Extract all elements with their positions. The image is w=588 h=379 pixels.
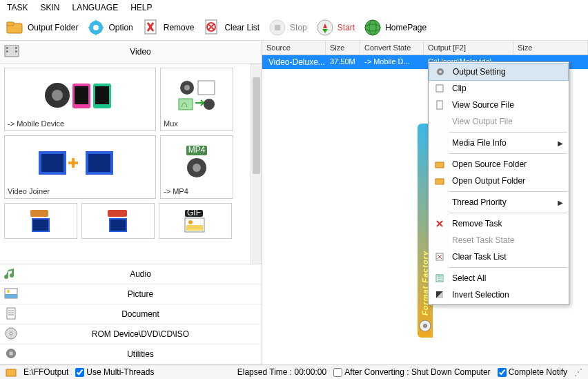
ctx-media-info[interactable]: Media File Info ▶ [429, 135, 569, 151]
tile-joiner-label: Video Joiner [8, 187, 153, 195]
row-source: Video-Deluxe... [268, 57, 325, 67]
category-rom-label: ROM Device\DVD\CD\ISO [23, 329, 257, 339]
menu-language[interactable]: LANGUAGE [72, 3, 118, 12]
category-utilities[interactable]: Utilities [0, 344, 262, 365]
tile-mux[interactable]: Mux [160, 68, 233, 131]
svg-rect-63 [437, 101, 442, 109]
svg-rect-37 [30, 210, 48, 217]
ctx-open-source-folder[interactable]: Open Source Folder [429, 156, 569, 173]
complete-notify-checkbox[interactable]: Complete Notify [498, 367, 567, 377]
homepage-button[interactable]: HomePage [363, 18, 427, 37]
svg-rect-62 [436, 85, 443, 92]
svg-rect-17 [15, 50, 17, 52]
category-document[interactable]: Document [0, 304, 262, 324]
col-size2[interactable]: Size [513, 41, 588, 55]
ctx-select-all[interactable]: Select All [429, 270, 569, 286]
chevron-right-icon: ▶ [558, 199, 563, 206]
tile-mobile-device[interactable]: -> Mobile Device [4, 68, 156, 131]
svg-rect-26 [198, 81, 215, 95]
remove-icon [433, 218, 447, 229]
svg-rect-21 [75, 86, 88, 104]
output-folder-label: Output Folder [28, 23, 78, 32]
col-size[interactable]: Size [326, 41, 360, 55]
menu-skin[interactable]: SKIN [40, 3, 59, 12]
svg-point-47 [188, 220, 193, 224]
statusbar: E:\FFOutput Use Multi-Threads Elapsed Ti… [0, 365, 588, 379]
svg-rect-64 [435, 162, 444, 168]
stop-button[interactable]: Stop [268, 18, 307, 37]
row-state: -> Mobile D... [360, 55, 424, 69]
ctx-clip[interactable]: Clip [429, 80, 569, 97]
context-menu: Output Setting Clip View Source File Vie… [428, 61, 569, 305]
ctx-output-setting[interactable]: Output Setting [429, 63, 569, 81]
tile-mkv[interactable] [4, 203, 77, 239]
clear-label: Clear List [224, 23, 259, 32]
category-audio[interactable]: Audio [0, 264, 262, 284]
category-audio-label: Audio [23, 269, 257, 279]
category-document-label: Document [23, 309, 257, 319]
resize-grip-icon[interactable]: ⋰ [574, 367, 582, 377]
svg-point-50 [7, 290, 10, 293]
film-icon [4, 45, 19, 59]
invert-icon [433, 289, 447, 300]
gear-icon [86, 18, 106, 37]
ctx-clear-list[interactable]: Clear Task List [429, 249, 569, 265]
video-section-label: Video [23, 47, 257, 57]
clear-icon [202, 18, 222, 37]
start-button[interactable]: Start [315, 18, 355, 37]
folder-icon [433, 175, 447, 186]
joiner-icon [32, 139, 128, 187]
ctx-invert-selection[interactable]: Invert Selection [429, 286, 569, 303]
svg-text:GIF: GIF [187, 208, 201, 217]
category-picture[interactable]: Picture [0, 284, 262, 304]
clear-icon [433, 251, 447, 262]
menu-task[interactable]: TASK [7, 3, 28, 12]
svg-point-28 [204, 99, 215, 110]
mobile-device-icon [42, 71, 118, 119]
ctx-remove-task[interactable]: Remove Task [429, 215, 569, 232]
output-path[interactable]: E:\FFOutput [23, 367, 68, 377]
col-source[interactable]: Source [262, 41, 326, 55]
homepage-label: HomePage [385, 23, 427, 32]
grid-header: Source Size Convert State Output [F2] Si… [262, 41, 588, 55]
mux-icon [175, 71, 219, 119]
after-converting-checkbox[interactable]: After Converting : Shut Down Computer [333, 367, 490, 377]
tile-video-joiner[interactable]: Video Joiner [4, 135, 156, 199]
toolbar: Output Folder Option Remove Clear List S… [0, 15, 588, 41]
row-size: 37.50M [326, 55, 360, 69]
option-label: Option [108, 23, 133, 32]
menubar: TASK SKIN LANGUAGE HELP [0, 0, 588, 15]
scrollbar[interactable] [251, 64, 262, 264]
svg-rect-30 [41, 154, 63, 172]
svg-rect-42 [110, 220, 126, 231]
video-section-header[interactable]: Video [0, 41, 262, 64]
remove-label: Remove [164, 23, 195, 32]
ctx-view-source[interactable]: View Source File [429, 97, 569, 113]
ctx-open-output-folder[interactable]: Open Output Folder [429, 173, 569, 189]
svg-point-25 [184, 85, 190, 90]
option-button[interactable]: Option [86, 18, 133, 37]
category-rom[interactable]: ROM Device\DVD\CD\ISO [0, 324, 262, 344]
menu-help[interactable]: HELP [130, 3, 152, 12]
svg-rect-15 [6, 50, 8, 52]
multi-threads-checkbox[interactable]: Use Multi-Threads [75, 367, 154, 377]
ctx-thread-priority[interactable]: Thread Priority ▶ [429, 194, 569, 211]
tile-mp4[interactable]: MP4 -> MP4 [160, 135, 233, 199]
svg-point-36 [193, 164, 201, 172]
col-state[interactable]: Convert State [360, 41, 424, 55]
remove-button[interactable]: Remove [141, 18, 195, 37]
select-all-icon [433, 273, 447, 284]
tile-gif[interactable]: GIF [159, 203, 232, 239]
globe-icon [363, 18, 382, 37]
svg-point-10 [365, 20, 380, 35]
document-icon [4, 307, 21, 321]
tile-webm[interactable] [81, 203, 155, 239]
col-output[interactable]: Output [F2] [424, 41, 513, 55]
output-folder-button[interactable]: Output Folder [6, 18, 78, 37]
clear-list-button[interactable]: Clear List [202, 18, 259, 37]
stop-label: Stop [290, 23, 307, 32]
svg-point-61 [439, 70, 442, 73]
stop-icon [268, 18, 287, 37]
picture-icon [4, 287, 21, 301]
ctx-reset-state: Reset Task State [429, 232, 569, 249]
